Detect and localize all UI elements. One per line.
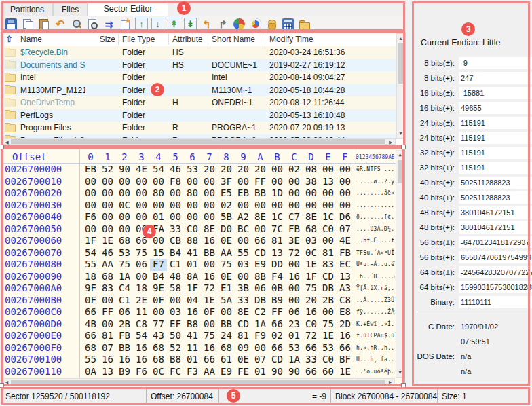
inspector-value[interactable]: -15881: [459, 87, 532, 99]
hex-byte[interactable]: CD: [252, 247, 269, 259]
hex-byte[interactable]: 66: [269, 342, 286, 354]
hex-byte[interactable]: E1: [218, 282, 235, 295]
hex-byte[interactable]: FB: [337, 247, 354, 259]
hex-byte[interactable]: 1E: [303, 259, 320, 271]
hex-byte[interactable]: CD: [235, 318, 252, 331]
hex-byte[interactable]: 06: [286, 306, 303, 318]
hex-byte[interactable]: 1A: [286, 354, 303, 366]
hex-byte[interactable]: 00: [82, 200, 99, 212]
jump-back-button[interactable]: ↰: [200, 17, 214, 31]
hex-byte[interactable]: 00: [218, 306, 235, 318]
hex-byte[interactable]: 00: [150, 200, 167, 212]
hex-byte[interactable]: DB: [320, 282, 337, 295]
ascii-text[interactable]: .h..´H.....ô..Í.: [356, 271, 395, 283]
hex-byte[interactable]: 75: [320, 318, 337, 331]
hex-byte[interactable]: 00: [133, 187, 150, 200]
hex-byte[interactable]: 01: [286, 330, 303, 342]
hex-byte[interactable]: 00: [82, 223, 99, 236]
hex-byte[interactable]: BB: [201, 247, 218, 259]
hex-byte[interactable]: 00: [320, 164, 337, 176]
hex-byte[interactable]: 68: [116, 235, 133, 247]
hex-byte[interactable]: 15: [150, 247, 167, 259]
file-row-intel[interactable]: IntelFolderIntel2020-08-14 09:04:27: [1, 71, 396, 84]
hex-byte[interactable]: 00: [201, 259, 218, 271]
save-button[interactable]: [4, 17, 18, 31]
hex-byte[interactable]: 1F: [184, 282, 201, 295]
hex-byte[interactable]: 66: [303, 342, 320, 354]
hex-byte[interactable]: F8: [167, 176, 184, 188]
hex-byte[interactable]: 2D: [337, 318, 354, 331]
scroll-right-icon[interactable]: ▶: [388, 140, 394, 145]
hex-byte[interactable]: 00: [116, 176, 133, 188]
hex-byte[interactable]: B4: [150, 271, 167, 283]
hex-byte[interactable]: 00: [99, 211, 116, 223]
hex-byte[interactable]: 00: [99, 176, 116, 188]
inspector-value[interactable]: 3801046172151: [459, 221, 532, 234]
scroll-down-icon[interactable]: ▼: [397, 131, 404, 136]
hex-byte[interactable]: 66: [303, 366, 320, 378]
ascii-text[interactable]: ................: [356, 200, 395, 212]
scroll-up-icon[interactable]: ▲: [396, 153, 404, 158]
hex-byte[interactable]: 58: [167, 282, 184, 295]
hex-byte[interactable]: 52: [167, 342, 184, 354]
hex-byte[interactable]: 03: [303, 235, 320, 247]
hex-byte[interactable]: 07: [99, 342, 116, 354]
hex-byte[interactable]: 83: [99, 282, 116, 295]
hex-byte[interactable]: 00: [133, 200, 150, 212]
hex-byte[interactable]: 1E: [99, 235, 116, 247]
hex-byte[interactable]: BB: [116, 342, 133, 354]
hex-byte[interactable]: 9F: [82, 282, 99, 295]
hex-byte[interactable]: 00: [99, 200, 116, 212]
hex-byte[interactable]: 00: [235, 176, 252, 188]
hex-byte[interactable]: 1E: [201, 295, 218, 307]
hex-byte[interactable]: 55: [82, 354, 99, 366]
hex-byte[interactable]: BC: [235, 223, 252, 236]
hex-byte[interactable]: 16: [133, 342, 150, 354]
ascii-text[interactable]: K.+Èwï¸.»Í.f#Àu-: [356, 318, 395, 331]
hex-byte[interactable]: A3: [337, 282, 354, 295]
inspector-value[interactable]: 502511288823: [459, 191, 532, 204]
hex-byte[interactable]: 00: [269, 200, 286, 212]
hex-byte[interactable]: C1: [116, 295, 133, 307]
tab-partitions[interactable]: Partitions: [1, 2, 53, 16]
hex-byte[interactable]: 8E: [201, 223, 218, 236]
hex-byte[interactable]: 00: [320, 187, 337, 200]
hex-byte[interactable]: 06: [116, 306, 133, 318]
hex-byte[interactable]: 75: [303, 282, 320, 295]
hex-byte[interactable]: BF: [337, 354, 354, 366]
hex-byte[interactable]: 8A: [184, 271, 201, 283]
hex-byte[interactable]: 00: [286, 282, 303, 295]
hex-byte[interactable]: 00: [286, 295, 303, 307]
hex-byte[interactable]: 00: [252, 200, 269, 212]
hex-byte[interactable]: 00: [252, 342, 269, 354]
hex-byte[interactable]: E8: [337, 306, 354, 318]
hex-byte[interactable]: 81: [320, 247, 337, 259]
hex-byte[interactable]: 20: [303, 295, 320, 307]
hex-byte[interactable]: 00: [337, 176, 354, 188]
ascii-text[interactable]: h.».hR..h..fSfSf: [356, 342, 395, 354]
hex-byte[interactable]: F9: [252, 330, 269, 342]
file-row-m1130mfp-m1210m-[interactable]: M1130MFP_M1210M...FolderM1130M~12020-05-…: [1, 84, 396, 97]
hex-byte[interactable]: 13: [99, 366, 116, 378]
hex-byte[interactable]: 41: [184, 330, 201, 342]
hex-byte[interactable]: 1C: [320, 211, 337, 223]
hex-byte[interactable]: 53: [116, 247, 133, 259]
hex-byte[interactable]: 33: [303, 354, 320, 366]
hex-byte[interactable]: 23: [286, 318, 303, 331]
scrollbar-thumb[interactable]: [398, 43, 404, 84]
scroll-left-icon[interactable]: ◀: [4, 140, 10, 145]
hex-byte[interactable]: 66: [252, 235, 269, 247]
goto-offset-button[interactable]: ⇉: [102, 17, 116, 31]
hex-byte[interactable]: F6: [133, 366, 150, 378]
hex-byte[interactable]: 0C: [303, 247, 320, 259]
hex-byte[interactable]: 33: [167, 223, 184, 236]
hex-byte[interactable]: FF: [269, 306, 286, 318]
hex-byte[interactable]: 53: [320, 342, 337, 354]
hex-byte[interactable]: 81: [99, 330, 116, 342]
hex-byte[interactable]: 83: [320, 259, 337, 271]
ascii-text[interactable]: TFSu.´A»ªUÍ.r..û: [356, 247, 395, 259]
hex-byte[interactable]: E9: [218, 366, 235, 378]
hex-byte[interactable]: 1C: [269, 211, 286, 223]
hex-byte[interactable]: 06: [252, 282, 269, 295]
hex-byte[interactable]: C8: [337, 295, 354, 307]
